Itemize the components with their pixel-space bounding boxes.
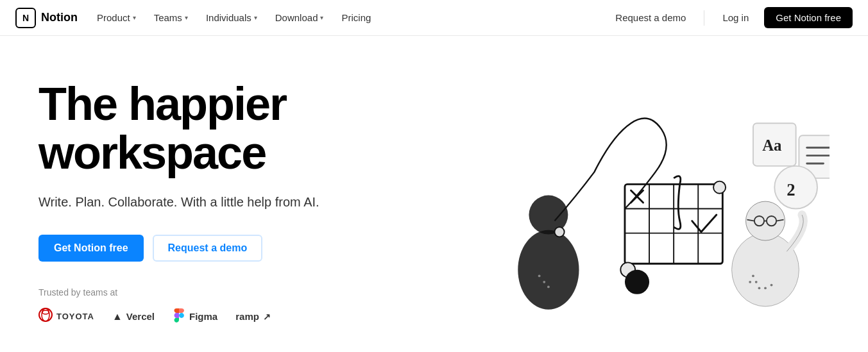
navbar: N Notion Product ▾ Teams ▾ Individuals ▾… bbox=[0, 0, 868, 36]
figma-logo: Figma bbox=[173, 308, 217, 324]
get-notion-free-nav-button[interactable]: Get Notion free bbox=[764, 7, 853, 28]
svg-point-30 bbox=[752, 274, 754, 277]
ramp-text: ramp bbox=[235, 311, 259, 322]
svg-point-31 bbox=[755, 281, 758, 283]
logo-icon: N bbox=[15, 8, 36, 28]
hero-buttons: Get Notion free Request a demo bbox=[38, 235, 319, 262]
hero-illustration: Aa 2 bbox=[445, 74, 830, 331]
nav-individuals[interactable]: Individuals ▾ bbox=[197, 7, 266, 28]
figma-icon bbox=[173, 308, 185, 324]
svg-point-37 bbox=[543, 281, 545, 283]
svg-point-5 bbox=[554, 227, 564, 237]
nav-right: Request a demo Log in Get Notion free bbox=[605, 7, 853, 28]
trusted-label: Trusted by teams at bbox=[38, 287, 319, 298]
hero-section: The happier workspace Write. Plan. Colla… bbox=[0, 36, 868, 352]
brand-name: Notion bbox=[41, 11, 78, 24]
nav-divider bbox=[704, 10, 704, 26]
illustration-svg: Aa 2 bbox=[445, 74, 830, 331]
nav-left: N Notion Product ▾ Teams ▾ Individuals ▾… bbox=[15, 7, 380, 28]
ramp-logo: ramp ↗ bbox=[235, 311, 271, 322]
chevron-down-icon: ▾ bbox=[133, 14, 136, 21]
toyota-text: TOYOTA bbox=[56, 312, 94, 321]
hero-content: The happier workspace Write. Plan. Colla… bbox=[38, 80, 319, 325]
svg-point-36 bbox=[538, 274, 541, 277]
svg-point-2 bbox=[42, 310, 49, 314]
nav-teams[interactable]: Teams ▾ bbox=[145, 7, 197, 28]
vercel-logo: ▲ Vercel bbox=[112, 311, 155, 323]
svg-point-35 bbox=[770, 284, 773, 287]
svg-point-14 bbox=[625, 270, 649, 294]
login-button[interactable]: Log in bbox=[712, 7, 759, 28]
chevron-down-icon: ▾ bbox=[254, 14, 257, 21]
toyota-icon bbox=[38, 308, 53, 325]
trusted-logos: TOYOTA ▲ Vercel Figma bbox=[38, 308, 319, 325]
svg-point-28 bbox=[774, 166, 817, 209]
toyota-logo: TOYOTA bbox=[38, 308, 94, 325]
svg-point-34 bbox=[764, 287, 767, 289]
nav-product[interactable]: Product ▾ bbox=[88, 7, 145, 28]
vercel-icon: ▲ bbox=[112, 311, 123, 323]
vercel-text: Vercel bbox=[126, 311, 155, 322]
chevron-down-icon: ▾ bbox=[320, 14, 323, 21]
notion-logo[interactable]: N Notion bbox=[15, 8, 78, 28]
get-notion-free-hero-button[interactable]: Get Notion free bbox=[38, 235, 144, 262]
svg-point-32 bbox=[749, 281, 751, 283]
svg-text:Aa: Aa bbox=[762, 137, 781, 154]
ramp-arrow-icon: ↗ bbox=[263, 312, 271, 322]
svg-point-3 bbox=[518, 230, 579, 310]
chevron-down-icon: ▾ bbox=[185, 14, 188, 21]
hero-title: The happier workspace bbox=[38, 80, 319, 177]
request-demo-hero-button[interactable]: Request a demo bbox=[153, 235, 263, 262]
svg-point-38 bbox=[547, 286, 550, 289]
figma-text: Figma bbox=[189, 311, 217, 322]
hero-subtitle: Write. Plan. Collaborate. With a little … bbox=[38, 192, 319, 212]
nav-pricing[interactable]: Pricing bbox=[332, 7, 380, 28]
svg-text:2: 2 bbox=[787, 180, 795, 199]
request-demo-button[interactable]: Request a demo bbox=[605, 7, 696, 28]
svg-point-33 bbox=[758, 287, 761, 289]
svg-point-13 bbox=[713, 181, 726, 194]
nav-download[interactable]: Download ▾ bbox=[266, 7, 333, 28]
